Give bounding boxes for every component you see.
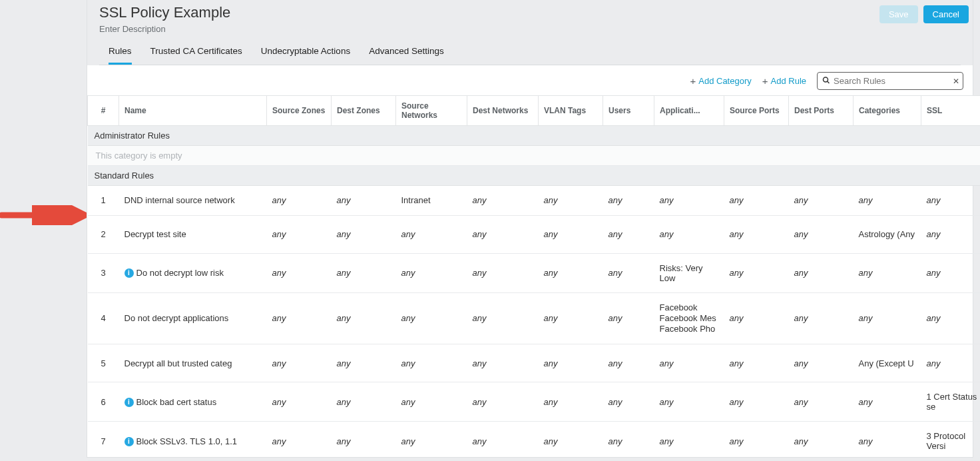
table-row[interactable]: 2Decrypt test siteanyanyanyanyanyanyanya…	[88, 215, 981, 253]
cell-any: any	[467, 382, 539, 422]
col-src-ports[interactable]: Source Ports	[724, 96, 789, 126]
cell-any: any	[789, 292, 854, 344]
cancel-button[interactable]: Cancel	[923, 5, 969, 23]
col-ssl[interactable]: SSL	[921, 96, 981, 126]
tab-trusted-ca[interactable]: Trusted CA Certificates	[150, 41, 242, 65]
plus-icon: +	[690, 75, 696, 87]
info-icon: i	[124, 398, 134, 407]
col-dst-ports[interactable]: Dest Ports	[789, 96, 854, 126]
cell-any: any	[396, 422, 467, 461]
tab-bar: Rules Trusted CA Certificates Undecrypta…	[99, 41, 961, 65]
cell-any: any	[724, 292, 789, 344]
cell-any: any	[332, 344, 396, 382]
col-src-zones[interactable]: Source Zones	[267, 96, 332, 126]
cell-any: any	[332, 422, 396, 461]
cell-any: any	[789, 382, 854, 422]
cell-any: any	[921, 344, 981, 382]
cell-any: any	[603, 382, 654, 422]
search-input[interactable]	[817, 72, 963, 90]
cell-any: any	[396, 253, 467, 292]
cell-any: any	[267, 422, 332, 461]
info-icon: i	[124, 268, 134, 278]
cell-number: 1	[88, 186, 119, 216]
col-categories[interactable]: Categories	[854, 96, 921, 126]
cell-apps: Risks: Very Low	[654, 253, 724, 292]
cell-any: any	[654, 344, 724, 382]
cell-any: any	[654, 186, 724, 216]
cell-any: any	[724, 253, 789, 292]
cell-number: 6	[88, 382, 119, 422]
add-rule-link[interactable]: + Add Rule	[762, 75, 806, 87]
page-description[interactable]: Enter Description	[99, 24, 961, 34]
cell-any: any	[539, 215, 603, 253]
cell-any: any	[603, 292, 654, 344]
col-name[interactable]: Name	[119, 96, 267, 126]
cell-categories: Astrology (Any	[854, 215, 921, 253]
cell-any: any	[789, 422, 854, 461]
cell-any: any	[603, 186, 654, 216]
cell-any: any	[854, 422, 921, 461]
cell-any: any	[603, 422, 654, 461]
col-number[interactable]: #	[88, 96, 119, 126]
plus-icon: +	[762, 75, 768, 87]
col-dst-zones[interactable]: Dest Zones	[332, 96, 396, 126]
cell-any: any	[921, 186, 981, 216]
cell-any: any	[467, 344, 539, 382]
cell-any: any	[539, 382, 603, 422]
cell-name: Decrypt test site	[119, 215, 267, 253]
cell-name: iBlock SSLv3. TLS 1.0, 1.1	[119, 422, 267, 461]
cell-any: any	[789, 186, 854, 216]
col-src-nets[interactable]: Source Networks	[396, 96, 467, 126]
cell-any: any	[539, 186, 603, 216]
cell-number: 4	[88, 292, 119, 344]
cell-any: any	[396, 382, 467, 422]
table-row[interactable]: 6iBlock bad cert statusanyanyanyanyanyan…	[88, 382, 981, 422]
category-header: Standard Rules	[88, 166, 981, 186]
add-rule-label: Add Rule	[771, 76, 806, 86]
cell-any: any	[724, 186, 789, 216]
cell-name: iBlock bad cert status	[119, 382, 267, 422]
cell-number: 5	[88, 344, 119, 382]
table-row[interactable]: 5Decrypt all but trusted categanyanyanya…	[88, 344, 981, 382]
page-title: SSL Policy Example	[99, 4, 961, 21]
cell-any: any	[332, 186, 396, 216]
toolbar: + Add Category + Add Rule ✕	[87, 65, 973, 95]
tab-advanced[interactable]: Advanced Settings	[369, 41, 444, 65]
svg-point-1	[824, 77, 828, 82]
cell-any: any	[332, 292, 396, 344]
cell-name: Decrypt all but trusted categ	[119, 344, 267, 382]
cell-ssl: 3 Protocol Versi	[921, 422, 981, 461]
col-vlan[interactable]: VLAN Tags	[539, 96, 603, 126]
col-dst-nets[interactable]: Dest Networks	[467, 96, 539, 126]
cell-any: any	[921, 292, 981, 344]
tab-undecryptable[interactable]: Undecryptable Actions	[261, 41, 350, 65]
table-row[interactable]: 3iDo not decrypt low riskanyanyanyanyany…	[88, 253, 981, 292]
tab-rules[interactable]: Rules	[109, 41, 132, 65]
cell-any: any	[789, 344, 854, 382]
col-users[interactable]: Users	[603, 96, 654, 126]
cell-any: any	[467, 215, 539, 253]
table-row[interactable]: 4Do not decrypt applicationsanyanyanyany…	[88, 292, 981, 344]
category-header: Administrator Rules	[88, 126, 981, 146]
info-icon: i	[124, 437, 134, 446]
cell-any: any	[854, 292, 921, 344]
cell-any: any	[854, 186, 921, 216]
cell-any: any	[854, 382, 921, 422]
cell-any: any	[467, 422, 539, 461]
table-row[interactable]: 7iBlock SSLv3. TLS 1.0, 1.1anyanyanyanya…	[88, 422, 981, 461]
cell-any: any	[921, 215, 981, 253]
cell-any: any	[603, 253, 654, 292]
cell-number: 2	[88, 215, 119, 253]
save-button[interactable]: Save	[879, 5, 918, 23]
cell-name: iDo not decrypt low risk	[119, 253, 267, 292]
table-row[interactable]: 1DND internal source networkanyanyIntran…	[88, 186, 981, 216]
cell-any: any	[396, 292, 467, 344]
add-category-link[interactable]: + Add Category	[690, 75, 751, 87]
cell-any: any	[921, 253, 981, 292]
col-apps[interactable]: Applicati...	[654, 96, 724, 126]
clear-search-icon[interactable]: ✕	[953, 77, 959, 86]
cell-name: Do not decrypt applications	[119, 292, 267, 344]
cell-categories: Any (Except U	[854, 344, 921, 382]
cell-any: any	[267, 186, 332, 216]
cell-any: any	[267, 253, 332, 292]
